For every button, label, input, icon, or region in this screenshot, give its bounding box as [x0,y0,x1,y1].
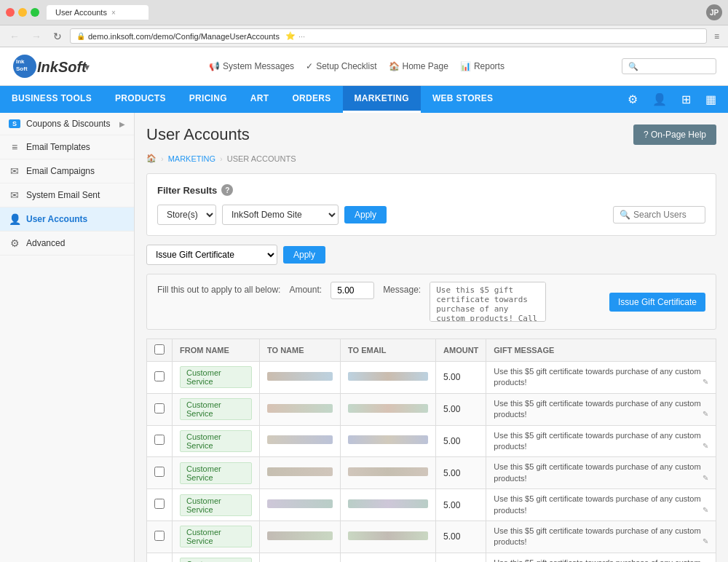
setup-checklist-link[interactable]: ✓ Setup Checklist [306,61,376,71]
sidebar-item-email-templates[interactable]: ≡ Email Templates [0,135,134,159]
browser-dots [6,8,39,17]
sidebar-item-user-accounts[interactable]: 👤 User Accounts [0,207,134,231]
chevron-right-icon: ▶ [119,120,125,128]
th-to-name: TO NAME [260,339,341,362]
expand-icon[interactable]: ✎ [703,505,708,515]
amount-value: 5.00 [443,468,460,478]
expand-icon[interactable]: ✎ [703,537,708,547]
nav-products[interactable]: PRODUCTS [103,86,178,113]
page-header: User Accounts ? On-Page Help [146,124,716,145]
table-icon[interactable]: ▦ [700,87,722,112]
nav-business-tools[interactable]: BUSINESS TOOLS [0,86,103,113]
header-search-input[interactable] [622,58,716,74]
row-checkbox[interactable] [154,531,165,541]
tab-close-icon[interactable]: × [111,9,116,17]
nav-web-stores[interactable]: WEB STORES [421,86,505,113]
select-all-checkbox[interactable] [154,344,165,355]
svg-text:InkSoft: InkSoft [37,59,87,75]
from-name-tag: Customer Service [180,462,252,484]
browser-addressbar: ← → ↻ 🔒 demo.inksoft.com/demo/Config/Man… [0,25,728,47]
amount-value: 5.00 [443,404,460,414]
search-icon: 🔍 [620,210,630,220]
to-name-blurred [267,372,333,381]
to-email-blurred [348,372,428,381]
settings-icon[interactable]: ⚙ [622,87,644,112]
gift-message-text: Use this $5 gift certificate towards pur… [494,494,708,516]
amount-cell: 5.00 [436,425,486,457]
from-name-tag: Customer Service [180,526,252,547]
sidebar-item-left: S Coupons & Discounts [9,119,110,129]
maximize-dot[interactable] [31,8,39,17]
sidebar-item-system-email[interactable]: ✉ System Email Sent [0,183,134,207]
to-email-blurred [348,435,428,444]
action-apply-button[interactable]: Apply [283,246,325,264]
browser-tab[interactable]: User Accounts × [47,5,149,20]
close-dot[interactable] [6,8,15,17]
nav-art[interactable]: ART [239,86,281,113]
minimize-dot[interactable] [18,8,27,17]
sidebar-item-advanced[interactable]: ⚙ Advanced [0,231,134,256]
gift-message-cell: Use this $5 gift certificate towards pur… [486,362,716,394]
row-checkbox[interactable] [154,467,165,477]
nav-marketing[interactable]: MARKETING [343,86,421,113]
sidebar-item-email-campaigns[interactable]: ✉ Email Campaigns [0,159,134,183]
system-messages-link[interactable]: 📢 System Messages [209,61,294,71]
search-users-input[interactable] [633,210,699,220]
sidebar-item-coupons[interactable]: S Coupons & Discounts ▶ [0,113,134,135]
row-checkbox[interactable] [154,371,165,381]
on-page-help-button[interactable]: ? On-Page Help [633,124,716,145]
header-nav: 📢 System Messages ✓ Setup Checklist 🏠 Ho… [209,61,505,71]
from-name-tag: Customer Service [180,558,252,562]
app-wrapper: Ink Soft InkSoft ▾ 📢 System Messages ✓ S… [0,47,728,562]
gift-message-cell: Use this $5 gift certificate towards pur… [486,489,716,521]
nav-orders[interactable]: ORDERS [280,86,342,113]
row-checkbox[interactable] [154,435,165,445]
amount-cell: 5.00 [436,553,486,562]
breadcrumb-sep: › [161,154,164,163]
amount-value: 5.00 [443,531,460,542]
nav-pricing[interactable]: PRICING [178,86,239,113]
row-checkbox[interactable] [154,403,165,413]
amount-input[interactable] [331,282,374,299]
expand-icon[interactable]: ✎ [703,473,708,483]
reports-link[interactable]: 📊 Reports [460,61,505,71]
main-nav-right: ⚙ 👤 ⊞ ▦ [622,87,728,112]
filter-apply-button[interactable]: Apply [344,206,387,223]
breadcrumb-marketing[interactable]: MARKETING [168,154,215,163]
address-bar[interactable]: 🔒 demo.inksoft.com/demo/Config/ManageUse… [70,28,707,44]
to-name-blurred [267,404,333,413]
th-checkbox [147,339,173,362]
back-button[interactable]: ← [6,29,23,44]
row-checkbox[interactable] [154,499,165,509]
svg-text:Soft: Soft [16,66,28,72]
message-textarea[interactable]: Use this $5 gift certificate towards pur… [430,282,546,322]
from-name-tag: Customer Service [180,366,252,388]
table-row: Customer Service5.00Use this $5 gift cer… [147,457,716,489]
reload-button[interactable]: ↻ [50,29,66,44]
extensions-icon[interactable]: ≡ [711,30,722,43]
sidebar-label-advanced: Advanced [26,238,65,248]
browser-titlebar: User Accounts × JP [0,0,728,25]
content-wrapper: S Coupons & Discounts ▶ ≡ Email Template… [0,113,728,562]
filter-help-icon[interactable]: ? [221,184,233,196]
home-page-link[interactable]: 🏠 Home Page [389,61,448,71]
expand-icon[interactable]: ✎ [703,377,708,387]
logo-area: Ink Soft InkSoft ▾ [12,53,92,79]
store-select[interactable]: Store(s) [157,205,216,225]
grid-icon[interactable]: ⊞ [676,87,697,112]
expand-icon[interactable]: ✎ [703,409,708,419]
th-from-name: FROM NAME [173,339,260,362]
table-row: Customer Service5.00Use this $5 gift cer… [147,362,716,394]
browser-chrome: User Accounts × JP ← → ↻ 🔒 demo.inksoft.… [0,0,728,47]
action-select[interactable]: Issue Gift Certificate [146,245,277,265]
issue-gift-certificate-button[interactable]: Issue Gift Certificate [609,293,705,312]
forward-button[interactable]: → [28,29,45,44]
coupon-icon: S [9,119,20,128]
store-value-select[interactable]: InkSoft Demo Site [222,205,339,225]
user-accounts-icon: 👤 [9,213,20,225]
expand-icon[interactable]: ✎ [703,441,708,451]
sidebar-item-left: ✉ System Email Sent [9,189,100,201]
user-icon[interactable]: 👤 [646,87,673,112]
main-nav: BUSINESS TOOLS PRODUCTS PRICING ART ORDE… [0,86,728,113]
data-table: FROM NAME TO NAME TO EMAIL AMOUNT GIFT M… [146,339,716,562]
